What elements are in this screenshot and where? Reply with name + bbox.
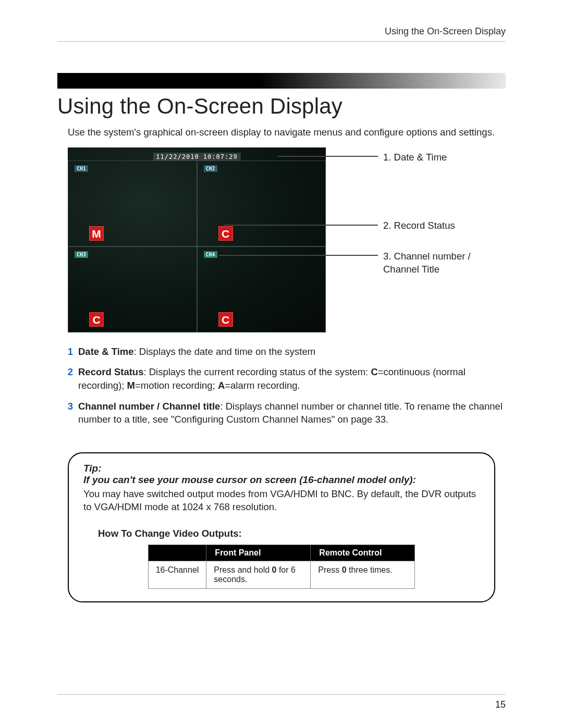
record-badge: C (89, 312, 104, 327)
tip-box: Tip: If you can't see your mouse cursor … (68, 452, 495, 603)
channel-label: CH1 (75, 165, 88, 172)
callout-text-3: 3. Channel number / Channel Title (383, 250, 493, 276)
running-head: Using the On-Screen Display (57, 26, 506, 37)
osd-timestamp: 11/22/2010 10:07:29 (153, 153, 240, 161)
osd-quad-grid: CH1 M CH2 C CH3 C CH4 C (68, 161, 326, 332)
list-bold: Date & Time (78, 346, 134, 357)
list-bold: Record Status (78, 366, 143, 377)
osd-quad-4: CH4 C (197, 246, 326, 332)
table-header-row: Front Panel Remote Control (148, 545, 415, 561)
howto-title: How To Change Video Outputs: (98, 528, 480, 539)
list-item: 1 Date & Time: Displays the date and tim… (57, 345, 506, 359)
channel-label: CH2 (204, 165, 217, 172)
callout-line (278, 156, 378, 157)
tip-title: Tip: (83, 463, 480, 474)
tip-body: You may have switched output modes from … (83, 488, 480, 514)
top-rule (57, 41, 506, 42)
record-badge: C (218, 312, 233, 327)
list-item: 3 Channel number / Channel title: Displa… (57, 400, 506, 426)
callout-text-1: 1. Date & Time (383, 151, 447, 164)
list-body: Date & Time: Displays the date and time … (78, 345, 506, 359)
osd-quad-3: CH3 C (68, 246, 197, 332)
callouts-container: 1. Date & Time 2. Record Status 3. Chann… (326, 147, 506, 332)
table-cell: Press and hold 0 for 6 seconds. (206, 561, 311, 589)
callout-line (224, 225, 378, 226)
video-outputs-table: Front Panel Remote Control 16-Channel Pr… (148, 545, 415, 589)
tip-subtitle: If you can't see your mouse cursor on sc… (83, 474, 480, 486)
table-header: Front Panel (206, 545, 311, 561)
list-number: 2 (57, 365, 73, 392)
table-cell: Press 0 three times. (311, 561, 415, 589)
list-body: Channel number / Channel title: Displays… (78, 400, 506, 426)
section-intro: Use the system's graphical on-screen dis… (68, 126, 506, 139)
numbered-list: 1 Date & Time: Displays the date and tim… (57, 345, 506, 426)
osd-screenshot: 11/22/2010 10:07:29 CH1 M CH2 C CH3 C CH… (68, 147, 326, 332)
table-header (148, 545, 206, 561)
table-row: 16-Channel Press and hold 0 for 6 second… (148, 561, 415, 589)
table-header: Remote Control (311, 545, 415, 561)
channel-label: CH3 (75, 251, 88, 258)
page-number: 15 (495, 699, 506, 710)
osd-quad-1: CH1 M (68, 161, 197, 246)
list-bold: Channel number / Channel title (78, 401, 220, 412)
list-number: 3 (57, 400, 73, 426)
table-cell: 16-Channel (148, 561, 206, 589)
page-container: Using the On-Screen Display Using the On… (0, 0, 563, 623)
list-rest: : Displays the date and time on the syst… (134, 346, 316, 357)
section-gradient-bar (57, 73, 506, 89)
list-body: Record Status: Displays the current reco… (78, 365, 506, 392)
record-badge: C (218, 226, 233, 241)
bottom-rule (57, 694, 506, 695)
record-badge: M (89, 226, 104, 241)
figure-area: 11/22/2010 10:07:29 CH1 M CH2 C CH3 C CH… (68, 147, 506, 332)
callout-text-2: 2. Record Status (383, 219, 455, 232)
list-item: 2 Record Status: Displays the current re… (57, 365, 506, 392)
list-number: 1 (57, 345, 73, 359)
channel-label: CH4 (204, 251, 217, 258)
callout-line (219, 255, 378, 256)
section-title: Using the On-Screen Display (57, 94, 506, 119)
osd-quad-2: CH2 C (197, 161, 326, 246)
